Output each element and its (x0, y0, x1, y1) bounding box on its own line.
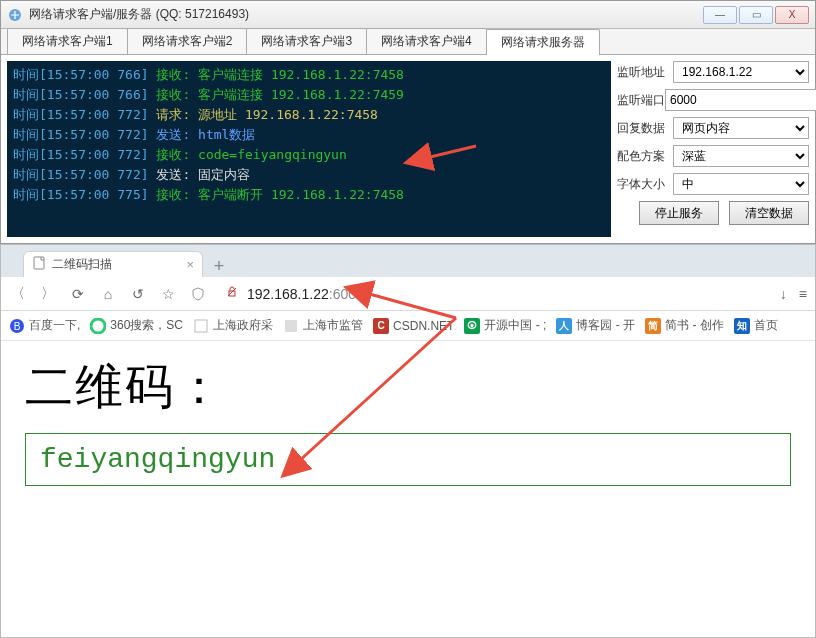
reply-data-label: 回复数据 (617, 120, 673, 137)
bookmark-icon: B (9, 318, 25, 334)
browser-tab-strip: 二维码扫描 × + (1, 245, 815, 277)
reply-data-select[interactable]: 网页内容 (673, 117, 809, 139)
insecure-lock-icon (223, 285, 241, 299)
bookmark-icon: 简 (645, 318, 661, 334)
new-tab-button[interactable]: + (205, 255, 233, 277)
listen-addr-select[interactable]: 192.168.1.22 (673, 61, 809, 83)
window-title: 网络请求客户端/服务器 (QQ: 517216493) (29, 6, 703, 23)
close-button[interactable]: X (775, 6, 809, 24)
bookmark-icon (193, 318, 209, 334)
console: 时间[15:57:00 766] 接收: 客户端连接 192.168.1.22:… (7, 61, 611, 237)
bookmark-item[interactable]: 上海政府采 (193, 317, 273, 334)
app-window: 网络请求客户端/服务器 (QQ: 517216493) — ▭ X 网络请求客户… (0, 0, 816, 244)
pane: 时间[15:57:00 766] 接收: 客户端连接 192.168.1.22:… (1, 55, 815, 243)
font-size-select[interactable]: 中 (673, 173, 809, 195)
url-bar[interactable]: 192.168.1.22:6000 (223, 285, 768, 302)
bookmark-item[interactable]: B百度一下, (9, 317, 80, 334)
url-port: :6000 (329, 286, 364, 302)
bookmark-icon: C (373, 318, 389, 334)
home-button[interactable]: ⌂ (99, 285, 117, 303)
favorite-button[interactable]: ☆ (159, 285, 177, 303)
svg-text:B: B (14, 321, 21, 332)
clear-data-button[interactable]: 清空数据 (729, 201, 809, 225)
svg-point-6 (91, 319, 105, 333)
bookmark-icon (90, 318, 106, 334)
theme-select[interactable]: 深蓝 (673, 145, 809, 167)
back-button[interactable]: 〈 (9, 285, 27, 303)
browser-tab-title: 二维码扫描 (52, 256, 112, 273)
tab-3[interactable]: 网络请求客户端4 (366, 28, 487, 54)
app-icon (7, 7, 23, 23)
stop-service-button[interactable]: 停止服务 (639, 201, 719, 225)
refresh-button[interactable]: ⟳ (69, 285, 87, 303)
bookmark-item[interactable]: 360搜索，SC (90, 317, 183, 334)
theme-label: 配色方案 (617, 148, 673, 165)
tab-0[interactable]: 网络请求客户端1 (7, 28, 128, 54)
side-panel: 监听地址 192.168.1.22 监听端口 回复数据 网页内容 配色方案 深蓝… (617, 61, 809, 237)
tab-2[interactable]: 网络请求客户端3 (246, 28, 367, 54)
bookmark-label: 简书 - 创作 (665, 317, 724, 334)
bookmark-item[interactable]: 简简书 - 创作 (645, 317, 724, 334)
tabs: 网络请求客户端1网络请求客户端2网络请求客户端3网络请求客户端4网络请求服务器 (1, 29, 815, 55)
forward-button[interactable]: 〉 (39, 285, 57, 303)
page-content: 二维码： feiyangqingyun (1, 341, 815, 637)
tab-4[interactable]: 网络请求服务器 (486, 29, 600, 55)
browser-tab[interactable]: 二维码扫描 × (23, 251, 203, 277)
bookmark-icon (283, 318, 299, 334)
maximize-button[interactable]: ▭ (739, 6, 773, 24)
bookmark-item[interactable]: 人博客园 - 开 (556, 317, 635, 334)
listen-port-input[interactable] (665, 89, 816, 111)
bookmark-icon: 知 (734, 318, 750, 334)
log-row: 时间[15:57:00 772] 接收: code=feiyangqingyun (13, 145, 605, 165)
bookmark-item[interactable]: ⦿开源中国 - ; (464, 317, 546, 334)
bookmarks-bar: B百度一下,360搜索，SC上海政府采上海市监管CCSDN.NET⦿开源中国 -… (1, 311, 815, 341)
bookmark-label: 开源中国 - ; (484, 317, 546, 334)
bookmark-label: 360搜索，SC (110, 317, 183, 334)
bookmark-icon: 人 (556, 318, 572, 334)
log-row: 时间[15:57:00 772] 请求: 源地址 192.168.1.22:74… (13, 105, 605, 125)
log-row: 时间[15:57:00 766] 接收: 客户端连接 192.168.1.22:… (13, 65, 605, 85)
font-size-label: 字体大小 (617, 176, 673, 193)
browser-window: 二维码扫描 × + 〈 〉 ⟳ ⌂ ↺ ☆ 192.168.1.22:6000 … (0, 244, 816, 638)
log-row: 时间[15:57:00 772] 发送: html数据 (13, 125, 605, 145)
bookmark-label: 百度一下, (29, 317, 80, 334)
tab-close-icon[interactable]: × (186, 257, 194, 272)
minimize-button[interactable]: — (703, 6, 737, 24)
url-host: 192.168.1.22 (247, 286, 329, 302)
menu-button[interactable]: ≡ (799, 286, 807, 302)
log-row: 时间[15:57:00 766] 接收: 客户端连接 192.168.1.22:… (13, 85, 605, 105)
bookmark-item[interactable]: 知首页 (734, 317, 778, 334)
svg-rect-7 (195, 320, 207, 332)
result-box: feiyangqingyun (25, 433, 791, 486)
log-row: 时间[15:57:00 772] 发送: 固定内容 (13, 165, 605, 185)
log-row: 时间[15:57:00 775] 接收: 客户端断开 192.168.1.22:… (13, 185, 605, 205)
bookmark-label: 首页 (754, 317, 778, 334)
shield-icon[interactable] (189, 285, 207, 303)
bookmark-label: 上海市监管 (303, 317, 363, 334)
browser-toolbar: 〈 〉 ⟳ ⌂ ↺ ☆ 192.168.1.22:6000 ↓ ≡ (1, 277, 815, 311)
page-icon (32, 256, 46, 273)
bookmark-item[interactable]: 上海市监管 (283, 317, 363, 334)
bookmark-item[interactable]: CCSDN.NET (373, 318, 454, 334)
listen-addr-label: 监听地址 (617, 64, 673, 81)
page-heading: 二维码： (25, 355, 791, 419)
listen-port-label: 监听端口 (617, 92, 665, 109)
titlebar: 网络请求客户端/服务器 (QQ: 517216493) — ▭ X (1, 1, 815, 29)
undo-nav-button[interactable]: ↺ (129, 285, 147, 303)
bookmark-label: CSDN.NET (393, 319, 454, 333)
bookmark-icon: ⦿ (464, 318, 480, 334)
window-controls: — ▭ X (703, 6, 809, 24)
svg-rect-8 (285, 320, 297, 332)
bookmark-label: 博客园 - 开 (576, 317, 635, 334)
result-text: feiyangqingyun (40, 444, 776, 475)
bookmark-label: 上海政府采 (213, 317, 273, 334)
download-button[interactable]: ↓ (780, 286, 787, 302)
svg-rect-1 (34, 257, 44, 269)
tab-1[interactable]: 网络请求客户端2 (127, 28, 248, 54)
